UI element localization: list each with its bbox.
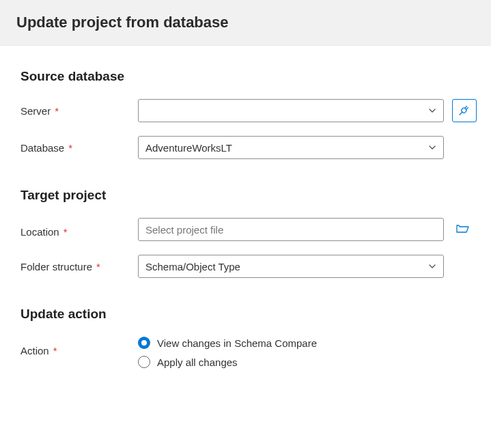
radio-view-changes[interactable]: View changes in Schema Compare <box>138 337 317 349</box>
server-dropdown[interactable] <box>138 99 444 122</box>
source-database-section: Source database Server * <box>20 69 471 159</box>
required-mark: * <box>55 105 59 117</box>
database-dropdown[interactable]: AdventureWorksLT <box>138 136 444 159</box>
folder-structure-value: Schema/Object Type <box>145 261 240 272</box>
dialog-header: Update project from database <box>0 0 491 46</box>
database-row: Database * AdventureWorksLT <box>20 136 471 159</box>
radio-label-view-changes: View changes in Schema Compare <box>157 337 317 349</box>
location-placeholder: Select project file <box>145 224 223 236</box>
required-mark: * <box>96 261 100 272</box>
location-input[interactable]: Select project file <box>138 218 444 241</box>
chevron-down-icon <box>428 143 436 152</box>
location-label-wrap: Location * <box>20 218 138 238</box>
plug-icon <box>458 103 471 119</box>
location-row: Location * Select project file <box>20 218 471 241</box>
radio-indicator-selected <box>138 337 150 349</box>
database-label-wrap: Database * <box>20 142 138 154</box>
server-row: Server * <box>20 99 471 122</box>
browse-location-button[interactable] <box>455 221 471 238</box>
location-label: Location <box>20 226 59 238</box>
server-label-wrap: Server * <box>20 105 138 117</box>
required-mark: * <box>68 142 72 154</box>
radio-label-apply-all: Apply all changes <box>157 356 238 368</box>
folder-structure-label: Folder structure <box>20 261 92 272</box>
update-action-heading: Update action <box>20 307 471 322</box>
chevron-down-icon <box>428 107 436 115</box>
action-row: Action * View changes in Schema Compare … <box>20 337 471 368</box>
chevron-down-icon <box>428 262 436 270</box>
database-value: AdventureWorksLT <box>145 142 232 154</box>
required-mark: * <box>64 226 68 238</box>
radio-apply-all[interactable]: Apply all changes <box>138 356 317 368</box>
folder-structure-label-wrap: Folder structure * <box>20 261 138 272</box>
action-label-wrap: Action * <box>20 337 138 356</box>
target-project-section: Target project Location * Select project… <box>20 188 471 278</box>
radio-indicator <box>138 356 150 368</box>
update-action-section: Update action Action * View changes in S… <box>20 307 471 368</box>
required-mark: * <box>53 345 57 356</box>
dialog-title: Update project from database <box>16 14 475 31</box>
database-label: Database <box>20 142 64 154</box>
action-radio-group: View changes in Schema Compare Apply all… <box>138 337 317 368</box>
server-label: Server <box>20 105 51 117</box>
folder-structure-row: Folder structure * Schema/Object Type <box>20 255 471 278</box>
folder-open-icon <box>456 223 470 237</box>
folder-structure-dropdown[interactable]: Schema/Object Type <box>138 255 444 278</box>
source-database-heading: Source database <box>20 69 471 84</box>
connect-server-button[interactable] <box>452 99 477 122</box>
target-project-heading: Target project <box>20 188 471 203</box>
dialog-content: Source database Server * <box>0 46 491 417</box>
action-label: Action <box>20 345 49 356</box>
